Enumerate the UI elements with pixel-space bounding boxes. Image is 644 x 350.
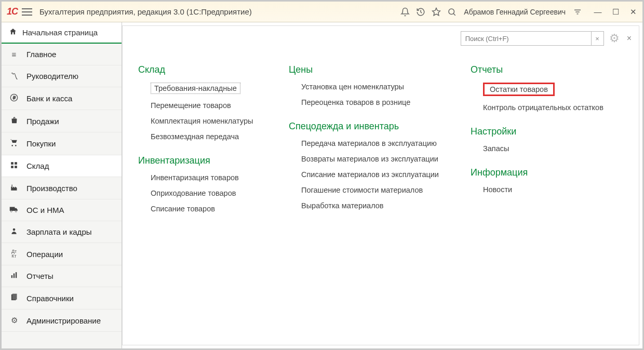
filter-icon[interactable]	[572, 6, 583, 18]
section-info: Информация	[471, 167, 603, 178]
section-inventory: Инвентаризация	[138, 155, 263, 166]
search-box: ×	[461, 31, 604, 46]
app-title: Бухгалтерия предприятия, редакция 3.0 (1…	[39, 7, 252, 16]
link-produce-materials[interactable]: Выработка материалов	[301, 201, 445, 210]
section-warehouse: Склад	[138, 64, 263, 75]
svg-point-1	[449, 9, 454, 15]
svg-line-2	[453, 14, 455, 16]
svg-point-13	[15, 210, 17, 212]
close-button[interactable]: ✕	[629, 8, 637, 16]
body-area: Начальная страница ≡Главное 〽Руководител…	[2, 22, 642, 348]
factory-icon	[9, 183, 19, 193]
search-clear-button[interactable]: ×	[591, 32, 603, 45]
svg-rect-8	[11, 162, 14, 165]
list-icon: ≡	[9, 50, 19, 59]
svg-rect-11	[15, 166, 17, 168]
bag-icon	[9, 116, 19, 126]
search-input[interactable]	[461, 32, 591, 45]
svg-point-14	[13, 228, 16, 231]
sidebar-item-references[interactable]: Справочники	[2, 287, 122, 309]
bars-icon	[9, 272, 19, 280]
minimize-button[interactable]: —	[594, 8, 602, 16]
link-return-materials[interactable]: Возвраты материалов из эксплуатации	[301, 155, 445, 163]
window-controls: — ☐ ✕	[594, 8, 637, 16]
user-name[interactable]: Абрамов Геннадий Сергеевич	[464, 8, 566, 16]
app-window: 1C Бухгалтерия предприятия, редакция 3.0…	[0, 0, 644, 350]
sidebar-item-sales[interactable]: Продажи	[2, 110, 122, 132]
svg-point-12	[10, 210, 12, 212]
svg-rect-9	[15, 162, 17, 165]
column-2: Цены Установка цен номенклатуры Переоцен…	[289, 61, 445, 220]
link-inventory-goods[interactable]: Инвентаризация товаров	[151, 173, 263, 182]
link-bundling[interactable]: Комплектация номенклатуры	[151, 117, 263, 125]
home-icon	[9, 28, 17, 37]
books-icon	[9, 293, 19, 303]
sidebar-items: ≡Главное 〽Руководителю ₽Банк и касса Про…	[2, 44, 122, 348]
sidebar-item-warehouse[interactable]: Склад	[2, 155, 122, 177]
sidebar-item-operations[interactable]: ДтКтОперации	[2, 243, 122, 265]
link-writeoff-materials[interactable]: Списание материалов из эксплуатации	[301, 170, 445, 179]
main-columns: Склад Требования-накладные Перемещение т…	[123, 51, 639, 231]
link-stocks[interactable]: Запасы	[483, 144, 603, 153]
titlebar: 1C Бухгалтерия предприятия, редакция 3.0…	[2, 2, 642, 22]
svg-rect-17	[16, 272, 17, 278]
menu-icon[interactable]	[22, 8, 32, 16]
link-requirements[interactable]: Требования-накладные	[151, 83, 240, 94]
link-news[interactable]: Новости	[483, 185, 603, 194]
gear-icon: ⚙	[9, 316, 19, 325]
svg-text:₽: ₽	[13, 96, 16, 100]
sidebar-item-admin[interactable]: ⚙Администрирование	[2, 309, 122, 332]
star-icon[interactable]	[431, 6, 442, 18]
chart-icon: 〽	[9, 72, 19, 80]
link-revalue-retail[interactable]: Переоценка товаров в рознице	[301, 98, 445, 106]
sidebar: Начальная страница ≡Главное 〽Руководител…	[2, 22, 122, 348]
cart-icon	[9, 139, 19, 149]
link-free-transfer[interactable]: Безвозмездная передача	[151, 132, 263, 141]
sidebar-item-manager[interactable]: 〽Руководителю	[2, 65, 122, 87]
link-stock-balance[interactable]: Остатки товаров	[483, 83, 555, 96]
svg-rect-15	[11, 275, 12, 278]
svg-rect-19	[12, 294, 17, 300]
column-3: Отчеты Остатки товаров Контроль отрицате…	[471, 61, 603, 220]
link-posting-goods[interactable]: Оприходование товаров	[151, 189, 263, 197]
column-1: Склад Требования-накладные Перемещение т…	[138, 61, 263, 220]
grid-icon	[9, 161, 19, 170]
truck-icon	[9, 206, 19, 214]
section-workwear: Спецодежда и инвентарь	[289, 121, 445, 132]
ruble-icon: ₽	[9, 93, 19, 103]
section-reports: Отчеты	[471, 64, 603, 75]
link-transfer-materials[interactable]: Передача материалов в эксплуатацию	[301, 139, 445, 147]
logo-1c: 1C	[7, 6, 18, 17]
sidebar-item-purchases[interactable]: Покупки	[2, 132, 122, 155]
link-negative-control[interactable]: Контроль отрицательных остатков	[483, 103, 603, 112]
section-prices: Цены	[289, 64, 445, 75]
bell-icon[interactable]	[399, 6, 411, 18]
content-toolbar: × ⚙ ×	[123, 26, 639, 51]
sidebar-item-main[interactable]: ≡Главное	[2, 44, 122, 65]
link-writeoff-goods[interactable]: Списание товаров	[151, 205, 263, 213]
svg-rect-16	[14, 274, 15, 278]
history-icon[interactable]	[415, 6, 426, 18]
person-icon	[9, 227, 19, 236]
link-set-prices[interactable]: Установка цен номенклатуры	[301, 83, 445, 91]
search-icon[interactable]	[446, 6, 458, 18]
sidebar-item-salary[interactable]: Зарплата и кадры	[2, 221, 122, 243]
settings-icon[interactable]: ⚙	[609, 32, 620, 45]
sidebar-item-production[interactable]: Производство	[2, 177, 122, 199]
sidebar-item-reports[interactable]: Отчеты	[2, 265, 122, 287]
dtkt-icon: ДтКт	[9, 249, 19, 259]
link-move-goods[interactable]: Перемещение товаров	[151, 101, 263, 110]
close-panel-button[interactable]: ×	[627, 34, 632, 43]
home-tab[interactable]: Начальная страница	[2, 22, 122, 44]
home-label: Начальная страница	[22, 28, 98, 37]
maximize-button[interactable]: ☐	[611, 8, 620, 16]
sidebar-item-assets[interactable]: ОС и НМА	[2, 199, 122, 221]
svg-rect-10	[11, 166, 14, 168]
svg-marker-0	[433, 8, 440, 15]
sidebar-item-bank[interactable]: ₽Банк и касса	[2, 87, 122, 110]
link-amortize-materials[interactable]: Погашение стоимости материалов	[301, 186, 445, 194]
section-settings: Настройки	[471, 126, 603, 137]
content-panel: × ⚙ × Склад Требования-накладные Перемещ…	[122, 25, 639, 345]
